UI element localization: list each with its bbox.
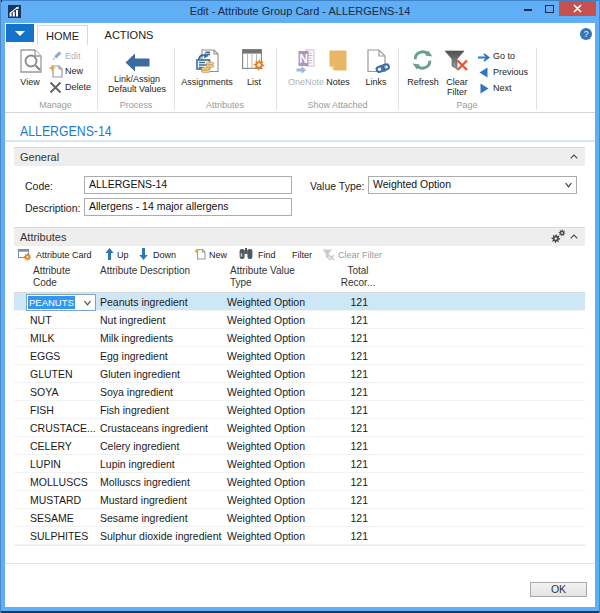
- svg-text:?: ?: [583, 29, 588, 39]
- svg-text:N: N: [299, 52, 308, 66]
